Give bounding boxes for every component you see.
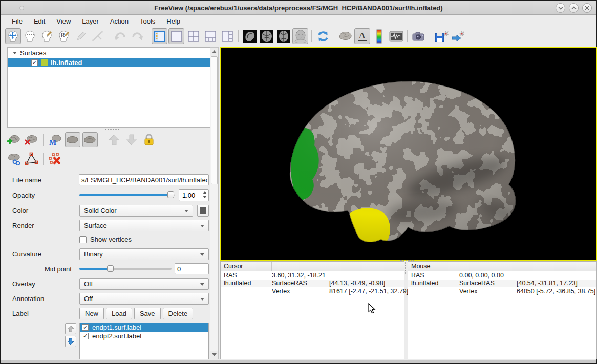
mouse-header-label: Mouse	[408, 262, 459, 271]
label-save-button[interactable]: Save	[134, 308, 161, 319]
label-new-button[interactable]: New	[79, 308, 104, 319]
splitter-handle[interactable]	[104, 129, 120, 131]
label-list-item[interactable]: ✓ endpt2.surf.label	[80, 332, 208, 340]
surface-main-button[interactable]: M	[48, 132, 63, 147]
annotation-combo-value: Off	[84, 295, 93, 303]
file-name-input[interactable]: s/FS/MGH_HCP/BANDA001/surf/lh.inflated	[79, 174, 209, 185]
redo-button[interactable]	[129, 28, 145, 44]
view-axial-button[interactable]	[275, 28, 291, 44]
render-label: Render	[12, 222, 34, 229]
opacity-slider[interactable]	[79, 189, 175, 201]
roi-edit-button[interactable]: R	[56, 28, 72, 44]
label-list-item[interactable]: ✓ endpt1.surf.label	[80, 323, 208, 332]
menu-tools[interactable]: Tools	[134, 16, 161, 27]
menu-edit[interactable]: Edit	[28, 16, 51, 27]
minimize-button[interactable]	[556, 3, 565, 13]
layout-1-3-button[interactable]	[202, 28, 218, 44]
scrollbar-thumb[interactable]	[211, 56, 218, 184]
show-vertices-row[interactable]: Show vertices	[79, 235, 132, 243]
mid-point-slider-handle[interactable]	[107, 265, 114, 272]
mid-point-input[interactable]: 0	[175, 263, 209, 274]
close-button[interactable]	[582, 3, 592, 13]
color-combo[interactable]: Solid Color	[79, 205, 193, 217]
path-edit-button[interactable]	[90, 28, 105, 44]
pointset-edit-button[interactable]	[73, 28, 89, 44]
mouse-pointer-icon	[368, 303, 376, 314]
menu-layer[interactable]: Layer	[76, 16, 104, 27]
navigate-head-button[interactable]	[5, 28, 21, 44]
scroll-up-button[interactable]	[210, 48, 218, 56]
lock-layer-button[interactable]	[141, 132, 157, 147]
file-name-value: s/FS/MGH_HCP/BANDA001/surf/lh.inflated	[81, 176, 209, 184]
menu-action[interactable]: Action	[104, 16, 134, 27]
panel-scrollbar[interactable]	[210, 47, 219, 359]
timecourse-button[interactable]	[388, 28, 404, 44]
toolbar-separator	[109, 30, 109, 42]
surface-visible-checkbox[interactable]: ✓	[31, 59, 38, 66]
panel-separator	[102, 134, 102, 146]
brain-surface-button[interactable]	[337, 28, 353, 44]
menu-view[interactable]: View	[51, 16, 76, 27]
layout-1x1-button[interactable]	[168, 28, 184, 44]
colorbar-button[interactable]	[371, 28, 387, 44]
measure-button[interactable]	[22, 28, 38, 44]
label-delete-button[interactable]: Delete	[163, 308, 194, 319]
arrow-up-icon	[67, 325, 74, 332]
overlay-combo[interactable]: Off	[79, 278, 209, 290]
remove-points-button[interactable]	[48, 151, 63, 166]
freeview-window: FreeView (/space/erebus/1/users/data/pre…	[0, 0, 597, 364]
goto-pointset-button[interactable]	[450, 28, 466, 44]
voxel-edit-button[interactable]	[39, 28, 55, 44]
view-3d-button[interactable]	[292, 28, 308, 44]
label-move-down-button[interactable]	[65, 336, 76, 347]
opacity-spinbox[interactable]: 1.00	[179, 189, 209, 201]
render-combo[interactable]: Surface	[79, 220, 209, 231]
undo-button[interactable]	[112, 28, 128, 44]
label-item-text: endpt1.surf.label	[92, 324, 141, 331]
label-move-up-button[interactable]	[65, 323, 76, 334]
menu-help[interactable]: Help	[161, 16, 186, 27]
render-view-3d[interactable]	[220, 47, 597, 261]
mid-point-label: Mid point	[45, 265, 72, 273]
color-swatch-button[interactable]	[197, 205, 209, 217]
link-surface-button[interactable]	[6, 151, 22, 166]
label-checkbox[interactable]: ✓	[82, 324, 89, 331]
row-key: lh.inflated	[221, 280, 272, 287]
save-pointset-button[interactable]	[433, 28, 449, 44]
layout-2x2-button[interactable]	[185, 28, 201, 44]
mid-point-slider[interactable]	[79, 263, 172, 274]
load-surface-button[interactable]	[6, 132, 22, 147]
move-layer-down-button[interactable]	[124, 132, 139, 147]
window-title: FreeView (/space/erebus/1/users/data/pre…	[1, 4, 596, 12]
scroll-down-icon	[212, 353, 217, 356]
reset-view-button[interactable]	[315, 28, 331, 44]
annotation-combo[interactable]: Off	[79, 293, 209, 305]
show-vertices-checkbox[interactable]	[79, 236, 87, 243]
arrow-up-icon	[108, 134, 120, 146]
splitter-handle[interactable]	[404, 262, 407, 275]
show-panel-button[interactable]	[152, 28, 167, 44]
screenshot-button[interactable]	[411, 28, 427, 44]
view-coronal-button[interactable]	[259, 28, 274, 44]
goto-star-icon	[451, 30, 465, 43]
surface-white-button[interactable]	[65, 132, 80, 147]
label-checkbox[interactable]: ✓	[82, 333, 89, 339]
maximize-button[interactable]	[569, 3, 579, 13]
surface-inflated-button[interactable]	[82, 132, 98, 147]
surface-item-lh-inflated[interactable]: ✓ lh.inflated	[8, 58, 218, 67]
opacity-slider-handle[interactable]	[167, 191, 174, 198]
mesh-button[interactable]	[24, 151, 39, 166]
view-sagittal-button[interactable]	[242, 28, 258, 44]
surfaces-tree-header[interactable]: Surfaces	[8, 48, 218, 58]
unload-surface-button[interactable]	[24, 132, 39, 147]
surfaces-header-label: Surfaces	[20, 49, 46, 57]
curvature-combo[interactable]: Binary	[79, 248, 209, 260]
menu-file[interactable]: File	[6, 16, 28, 27]
scroll-down-button[interactable]	[210, 351, 218, 359]
title-bar[interactable]: FreeView (/space/erebus/1/users/data/pre…	[1, 1, 596, 15]
show-annotation-button[interactable]: A	[354, 28, 370, 44]
brain-link-icon	[7, 152, 21, 165]
label-load-button[interactable]: Load	[106, 308, 132, 319]
move-layer-up-button[interactable]	[106, 132, 122, 147]
layout-1-3-side-button[interactable]	[219, 28, 235, 44]
